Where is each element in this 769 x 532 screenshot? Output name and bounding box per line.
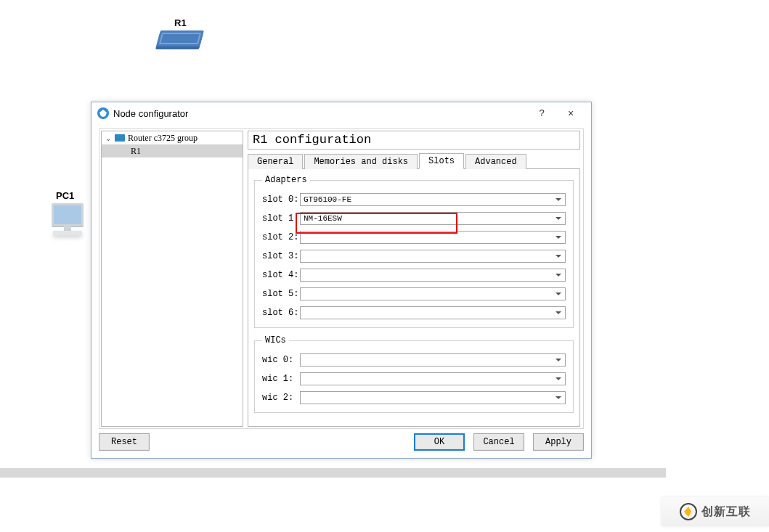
wic-0-combo[interactable] xyxy=(300,353,566,367)
wic-2-combo[interactable] xyxy=(300,391,566,404)
tab-advanced[interactable]: Advanced xyxy=(465,154,526,169)
slot-5-combo[interactable] xyxy=(300,287,566,300)
slot-3-row: slot 3: xyxy=(262,247,566,265)
dialog-body: ⌄ Router c3725 group R1 R1 configuration… xyxy=(99,128,584,429)
tab-memories[interactable]: Memories and disks xyxy=(304,154,418,169)
help-button[interactable]: ? xyxy=(527,105,556,121)
dialog-buttons: Reset OK Cancel Apply xyxy=(99,433,584,452)
slot-0-combo[interactable]: GT96100-FE xyxy=(300,193,566,206)
slot-2-label: slot 2: xyxy=(262,232,300,242)
slot-1-row: slot 1: NM-16ESW xyxy=(262,210,566,227)
dropdown-arrow-icon[interactable] xyxy=(552,373,565,385)
chevron-down-icon[interactable]: ⌄ xyxy=(105,134,112,142)
cancel-button[interactable]: Cancel xyxy=(473,433,524,451)
wics-legend: WICs xyxy=(262,335,289,345)
tree-node-label: R1 xyxy=(131,146,141,157)
tab-slots[interactable]: Slots xyxy=(419,153,464,169)
router-label: R1 xyxy=(174,17,187,28)
slot-2-row: slot 2: xyxy=(262,229,566,246)
slot-0-label: slot 0: xyxy=(262,195,300,205)
slot-2-combo[interactable] xyxy=(300,231,566,244)
slot-1-combo[interactable]: NM-16ESW xyxy=(300,212,566,225)
config-heading: R1 configuration xyxy=(248,131,580,150)
watermark-logo-icon xyxy=(680,503,697,520)
watermark-text: 创新互联 xyxy=(701,504,751,520)
tree-group-row[interactable]: ⌄ Router c3725 group xyxy=(102,131,243,144)
pc-icon[interactable] xyxy=(49,203,86,240)
tabs: General Memories and disks Slots Advance… xyxy=(248,152,580,168)
router-icon[interactable] xyxy=(158,30,202,49)
slot-4-label: slot 4: xyxy=(262,270,300,280)
pc-label: PC1 xyxy=(56,190,74,201)
dialog-title: Node configurator xyxy=(113,108,188,119)
slot-3-label: slot 3: xyxy=(262,251,300,261)
watermark: 创新互联 xyxy=(662,497,769,526)
slot-1-label: slot 1: xyxy=(262,213,300,224)
slot-5-row: slot 5: xyxy=(262,285,566,303)
app-icon xyxy=(97,107,109,119)
wic-1-label: wic 1: xyxy=(262,374,300,384)
slot-6-label: slot 6: xyxy=(262,308,300,318)
wic-1-combo[interactable] xyxy=(300,372,566,385)
config-pane: R1 configuration General Memories and di… xyxy=(248,131,580,427)
dropdown-arrow-icon[interactable] xyxy=(552,354,565,366)
tab-general[interactable]: General xyxy=(248,154,303,169)
slot-0-row: slot 0: GT96100-FE xyxy=(262,191,566,208)
wic-0-row: wic 0: xyxy=(262,351,566,369)
node-tree[interactable]: ⌄ Router c3725 group R1 xyxy=(101,131,243,427)
slot-5-label: slot 5: xyxy=(262,289,300,299)
wic-2-row: wic 2: xyxy=(262,389,566,406)
wics-fieldset: WICs wic 0: wic 1: wic 2: xyxy=(254,335,574,413)
adapters-fieldset: Adapters slot 0: GT96100-FE slot 1: NM-1… xyxy=(254,175,574,328)
slot-4-row: slot 4: xyxy=(262,266,566,284)
titlebar[interactable]: Node configurator ? × xyxy=(91,102,591,124)
slot-6-row: slot 6: xyxy=(262,304,566,322)
wic-2-label: wic 2: xyxy=(262,393,300,403)
wic-1-row: wic 1: xyxy=(262,370,566,388)
canvas-scrollbar xyxy=(0,468,666,478)
dropdown-arrow-icon[interactable] xyxy=(552,288,565,300)
slot-4-combo[interactable] xyxy=(300,269,566,282)
tab-content-slots: Adapters slot 0: GT96100-FE slot 1: NM-1… xyxy=(248,168,580,427)
dropdown-arrow-icon[interactable] xyxy=(552,194,565,205)
dropdown-arrow-icon[interactable] xyxy=(552,250,565,262)
dropdown-arrow-icon[interactable] xyxy=(552,307,565,319)
tree-node-r1[interactable]: R1 xyxy=(102,144,243,157)
close-button[interactable]: × xyxy=(556,105,585,121)
apply-button[interactable]: Apply xyxy=(533,433,584,451)
slot-0-value: GT96100-FE xyxy=(301,195,552,204)
slot-3-combo[interactable] xyxy=(300,250,566,263)
dropdown-arrow-icon[interactable] xyxy=(552,213,565,224)
dropdown-arrow-icon[interactable] xyxy=(552,269,565,281)
reset-button[interactable]: Reset xyxy=(99,433,150,451)
router-group-icon xyxy=(115,134,125,142)
slot-1-value: NM-16ESW xyxy=(301,214,552,223)
wic-0-label: wic 0: xyxy=(262,355,300,365)
dropdown-arrow-icon[interactable] xyxy=(552,392,565,404)
dropdown-arrow-icon[interactable] xyxy=(552,232,565,243)
adapters-legend: Adapters xyxy=(262,175,310,185)
ok-button[interactable]: OK xyxy=(414,433,465,451)
slot-6-combo[interactable] xyxy=(300,306,566,319)
node-configurator-dialog: Node configurator ? × ⌄ Router c3725 gro… xyxy=(91,102,592,459)
tree-group-label: Router c3725 group xyxy=(128,133,198,144)
